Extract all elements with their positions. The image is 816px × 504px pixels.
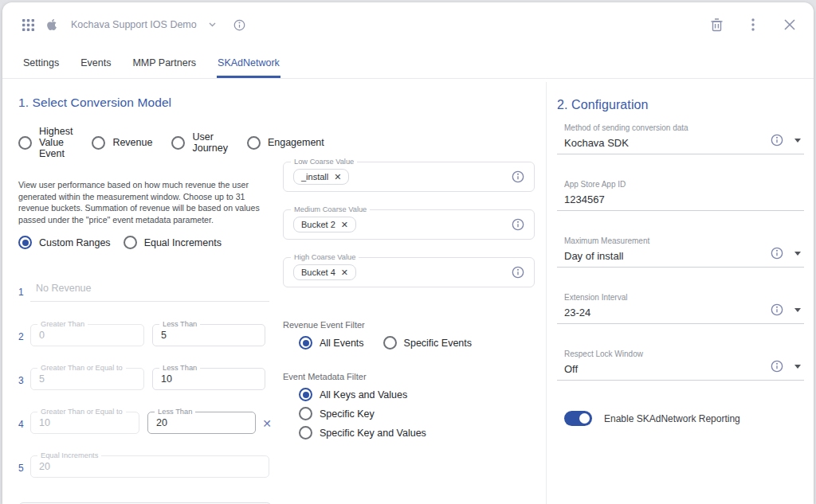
- delete-app-icon[interactable]: [708, 17, 724, 33]
- column-divider: [546, 82, 547, 504]
- range-number: 5: [18, 463, 30, 478]
- coarse-values-section: Low Coarse Value _install ✕ Medium Coars…: [283, 162, 535, 440]
- app-info-icon[interactable]: [232, 17, 248, 33]
- maximum-measurement-field[interactable]: Maximum Measurement Day of install: [557, 236, 804, 268]
- tab-mmp-partners[interactable]: MMP Partners: [131, 50, 197, 78]
- revenue-event-filter-label: Revenue Event Filter: [283, 320, 535, 330]
- equal-increments-field: Equal Increments 20: [30, 455, 269, 478]
- tab-events[interactable]: Events: [80, 50, 112, 78]
- radio-circle-icon[interactable]: [383, 336, 397, 350]
- less-than-field[interactable]: Less Than 20: [147, 412, 256, 434]
- chip-remove-icon[interactable]: ✕: [341, 221, 348, 229]
- greater-than-field: Greater Than or Equal to 5: [30, 368, 144, 390]
- info-icon[interactable]: [512, 266, 524, 279]
- radio-circle-icon[interactable]: [92, 136, 105, 150]
- modal-header: Kochava Support IOS Demo: [20, 13, 798, 37]
- range-row-1: 1 No Revenue: [18, 268, 272, 302]
- radio-engagement[interactable]: Engagement: [247, 136, 324, 150]
- configuration-section: 2. Configuration Method of sending conve…: [557, 98, 804, 426]
- tab-skadnetwork[interactable]: SKAdNetwork: [217, 50, 280, 78]
- coarse-value-chip: Bucket 2 ✕: [293, 217, 356, 232]
- toggle-label: Enable SKAdNetwork Reporting: [604, 413, 740, 424]
- conversion-model-heading: 1. Select Conversion Model: [18, 96, 272, 110]
- tab-settings[interactable]: Settings: [22, 50, 60, 78]
- radio-selected-icon[interactable]: [299, 336, 312, 350]
- low-coarse-value-field[interactable]: Low Coarse Value _install ✕: [283, 162, 535, 192]
- chip-remove-icon[interactable]: ✕: [341, 268, 348, 277]
- range-row-3: 3 Greater Than or Equal to 5 Less Than 1…: [18, 368, 272, 390]
- range-row-2: 2 Greater Than 0 Less Than 5: [18, 324, 272, 346]
- info-icon[interactable]: [512, 170, 524, 183]
- radio-equal-increments[interactable]: Equal Increments: [124, 236, 222, 249]
- revenue-event-filter-options: All Events Specific Events: [299, 336, 535, 350]
- dropdown-caret-icon[interactable]: [794, 139, 801, 143]
- radio-circle-icon[interactable]: [247, 136, 261, 150]
- less-than-field[interactable]: Less Than 5: [152, 324, 265, 346]
- app-config-modal: Kochava Support IOS Demo: [2, 2, 814, 504]
- info-icon[interactable]: [771, 360, 783, 373]
- radio-circle-icon[interactable]: [171, 136, 185, 150]
- dropdown-caret-icon[interactable]: [794, 365, 801, 369]
- radio-all-events[interactable]: All Events: [299, 336, 364, 350]
- kebab-menu-icon[interactable]: [745, 17, 761, 33]
- coarse-value-chip: Bucket 4 ✕: [293, 264, 356, 280]
- info-icon[interactable]: [771, 247, 783, 260]
- conversion-model-section: 1. Select Conversion Model Highest Value…: [18, 96, 272, 504]
- dropdown-caret-icon[interactable]: [794, 308, 801, 312]
- range-number: 4: [18, 419, 30, 434]
- radio-specific-events[interactable]: Specific Events: [383, 336, 472, 350]
- greater-than-field: Greater Than or Equal to 10: [30, 412, 139, 434]
- radio-circle-icon[interactable]: [299, 407, 312, 420]
- range-number: 1: [18, 287, 30, 302]
- apple-icon: [44, 17, 60, 33]
- range-row-5: 5 Equal Increments 20: [18, 455, 272, 478]
- radio-custom-ranges[interactable]: Custom Ranges: [18, 236, 111, 249]
- event-metadata-filter-options: All Keys and Values Specific Key Specifi…: [299, 388, 535, 440]
- no-revenue-field: No Revenue: [30, 268, 269, 302]
- radio-selected-icon[interactable]: [299, 388, 312, 401]
- chip-remove-icon[interactable]: ✕: [334, 173, 341, 182]
- radio-specific-key-and-values[interactable]: Specific Key and Values: [299, 426, 535, 440]
- range-number: 3: [18, 375, 30, 390]
- greater-than-field: Greater Than 0: [30, 324, 144, 346]
- apps-grid-icon[interactable]: [20, 17, 36, 33]
- range-mode-options: Custom Ranges Equal Increments: [18, 236, 272, 249]
- range-row-4: 4 Greater Than or Equal to 10 Less Than …: [18, 412, 272, 434]
- less-than-field[interactable]: Less Than 10: [152, 368, 265, 390]
- event-metadata-filter-label: Event Metadata Filter: [283, 372, 535, 381]
- tab-bar: Settings Events MMP Partners SKAdNetwork: [2, 50, 814, 79]
- method-of-sending-field[interactable]: Method of sending conversion data Kochav…: [557, 123, 804, 154]
- remove-range-icon[interactable]: ✕: [262, 418, 272, 429]
- radio-specific-key[interactable]: Specific Key: [299, 407, 535, 420]
- revenue-model-description: View user performance based on how much …: [18, 179, 275, 225]
- enable-skadnetwork-toggle[interactable]: [564, 411, 592, 426]
- radio-revenue[interactable]: Revenue: [92, 136, 152, 150]
- radio-all-keys-and-values[interactable]: All Keys and Values: [299, 388, 535, 401]
- dropdown-caret-icon[interactable]: [794, 252, 801, 256]
- app-store-app-id-field[interactable]: App Store App ID 1234567: [557, 179, 804, 211]
- medium-coarse-value-field[interactable]: Medium Coarse Value Bucket 2 ✕: [283, 209, 535, 240]
- radio-circle-icon[interactable]: [124, 236, 137, 249]
- high-coarse-value-field[interactable]: High Coarse Value Bucket 4 ✕: [283, 257, 535, 287]
- respect-lock-window-field[interactable]: Respect Lock Window Off: [557, 349, 804, 381]
- radio-circle-icon[interactable]: [18, 136, 32, 150]
- range-number: 2: [18, 331, 30, 346]
- radio-selected-icon[interactable]: [18, 236, 32, 249]
- configuration-heading: 2. Configuration: [557, 98, 804, 112]
- radio-circle-icon[interactable]: [299, 426, 312, 440]
- coarse-value-chip: _install ✕: [293, 169, 349, 185]
- info-icon[interactable]: [512, 218, 524, 231]
- chevron-down-icon[interactable]: [205, 17, 221, 33]
- info-icon[interactable]: [771, 303, 783, 316]
- close-icon[interactable]: [782, 17, 798, 33]
- radio-user-journey[interactable]: User Journey: [171, 131, 227, 154]
- conversion-model-options: Highest Value Event Revenue User Journey…: [18, 126, 272, 159]
- info-icon[interactable]: [771, 134, 783, 147]
- skadnetwork-reporting-toggle-row: Enable SKAdNetwork Reporting: [564, 411, 804, 426]
- radio-highest-value-event[interactable]: Highest Value Event: [18, 126, 73, 159]
- app-selector-label[interactable]: Kochava Support IOS Demo: [71, 19, 197, 30]
- extension-interval-field[interactable]: Extension Interval 23-24: [557, 292, 804, 324]
